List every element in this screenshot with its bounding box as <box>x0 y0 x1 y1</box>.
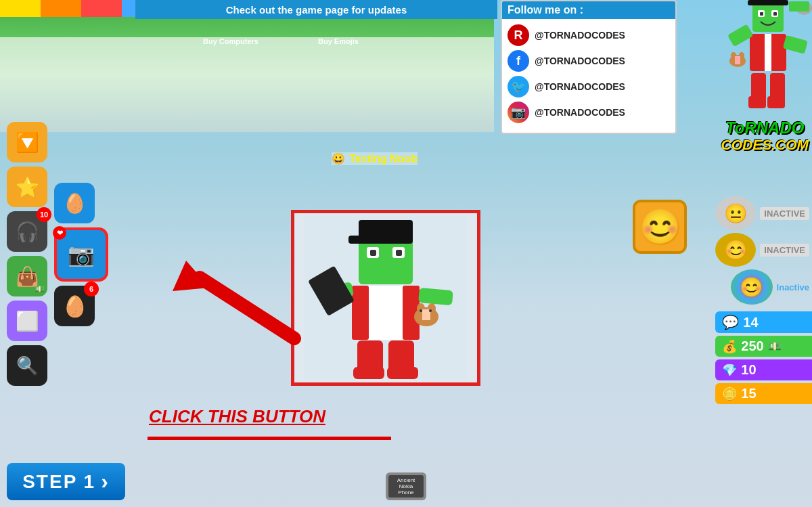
dollar-icon: 💵 <box>35 284 45 294</box>
diamond-icon: 💎 <box>722 363 737 378</box>
npc-name: Texting Noob <box>349 153 418 165</box>
inactive-label-3: Inactive <box>777 282 809 292</box>
buy-emojis-label: Buy Emojis <box>318 37 359 45</box>
npc-label: 😀 Texting Noob <box>332 152 418 165</box>
svg-rect-4 <box>773 12 777 16</box>
coin-icon: 🪙 <box>722 387 737 401</box>
tornado-logo: ToRNADO CODES.COM <box>721 119 809 152</box>
sidebar-col2: 🥚 📷 ❤ 🥚 6 <box>54 183 108 326</box>
svg-rect-26 <box>359 220 413 240</box>
step1-label: STEP 1 <box>22 471 95 493</box>
buy-computers-label: Buy Computers <box>203 37 258 45</box>
social-row-facebook[interactable]: f @TORNADOCODES <box>508 50 670 72</box>
social-row-roblox[interactable]: R @TORNADOCODES <box>508 24 670 46</box>
sidebar-item-search[interactable]: 🔍 <box>7 345 47 386</box>
svg-point-45 <box>420 309 422 312</box>
inactive-item-3: 😊 Inactive <box>715 269 812 305</box>
main-character-svg <box>304 217 467 379</box>
chat-value: 14 <box>743 315 758 330</box>
sidebar-item-headphones[interactable]: 🎧 10 <box>7 211 47 252</box>
svg-rect-29 <box>370 250 376 256</box>
inactive-item-2: 😊 INACTIVE <box>715 233 812 267</box>
top-banner: Check out the game page for updates <box>135 0 497 19</box>
character-display <box>291 210 480 386</box>
coin-value: 15 <box>741 386 756 401</box>
world-road <box>0 37 494 132</box>
sidebar-item-bag[interactable]: 👜 💵 <box>7 256 47 296</box>
sidebar-col1: 🔽 ⭐ 🎧 10 👜 💵 ⬜ 🔍 <box>7 122 47 386</box>
svg-point-46 <box>429 309 432 312</box>
tornado-character-svg <box>724 0 812 129</box>
inactive-circle-3: 😊 <box>731 269 773 305</box>
tornado-area: ToRNADO CODES.COM <box>677 0 812 156</box>
inactive-emoji-3: 😊 <box>740 276 763 299</box>
click-underline <box>148 437 391 440</box>
sidebar-item-egg-blue[interactable]: 🥚 <box>54 183 95 223</box>
step1-button[interactable]: STEP 1 › <box>7 463 125 500</box>
svg-rect-35 <box>418 288 453 305</box>
instagram-handle: @TORNADOCODES <box>535 107 625 118</box>
inactive-emoji-1: 😐 <box>724 202 748 225</box>
right-panel: 😐 INACTIVE 😊 INACTIVE 😊 Inactive 💬 14 💰 … <box>715 196 812 404</box>
inactive-label-1: INACTIVE <box>760 207 809 220</box>
svg-rect-30 <box>396 250 402 256</box>
social-row-instagram[interactable]: 📷 @TORNADOCODES <box>508 102 670 123</box>
sidebar-item-square[interactable]: ⬜ <box>7 301 47 341</box>
svg-rect-10 <box>783 35 808 54</box>
svg-rect-14 <box>767 96 785 108</box>
square-icon: ⬜ <box>16 310 39 332</box>
svg-rect-0 <box>752 3 784 32</box>
click-instruction: CLICK THIS BUTTON <box>149 406 325 427</box>
svg-rect-40 <box>387 367 418 379</box>
svg-rect-8 <box>765 34 771 71</box>
stats-money[interactable]: 💰 250 💵 <box>715 336 812 357</box>
search-icon: 🔍 <box>16 355 38 376</box>
phone-label: AncientNokiaPhone <box>388 475 424 498</box>
inactive-item-1: 😐 INACTIVE <box>715 196 812 230</box>
camera-badge: ❤ <box>53 226 66 240</box>
sidebar-item-camera[interactable]: 📷 ❤ <box>54 227 108 282</box>
roblox-icon: R <box>508 24 529 46</box>
filter-icon: 🔽 <box>16 131 39 154</box>
chat-icon: 💬 <box>722 314 739 330</box>
svg-rect-9 <box>727 24 754 47</box>
egg-blue-icon: 🥚 <box>63 192 87 215</box>
sidebar-item-filter[interactable]: 🔽 <box>7 122 47 162</box>
stats-chat[interactable]: 💬 14 <box>715 311 812 333</box>
tornado-logo-line2: CODES.COM <box>721 137 809 152</box>
star-icon: ⭐ <box>16 176 39 198</box>
svg-rect-3 <box>760 12 763 16</box>
svg-rect-13 <box>748 96 766 108</box>
money-value: 250 <box>741 338 763 354</box>
headphones-badge: 10 <box>37 207 51 222</box>
instagram-icon: 📷 <box>508 102 529 123</box>
stats-diamond[interactable]: 💎 10 <box>715 359 812 380</box>
phone-device: AncientNokiaPhone <box>386 472 426 500</box>
twitter-icon: 🐦 <box>508 76 529 97</box>
stats-coin[interactable]: 🪙 15 <box>715 383 812 404</box>
arrow-svg <box>132 223 301 359</box>
chevron-right-icon: › <box>101 469 110 494</box>
roblox-handle: @TORNADOCODES <box>535 30 625 41</box>
inactive-circle-2: 😊 <box>715 233 756 267</box>
svg-line-21 <box>200 278 294 338</box>
smiley-icon: 😊 <box>638 206 682 248</box>
sidebar-item-star[interactable]: ⭐ <box>7 167 47 207</box>
egg-badge: 6 <box>84 282 99 296</box>
follow-panel: Follow me on : R @TORNADOCODES f @TORNAD… <box>501 0 677 134</box>
egg-black-icon: 🥚 <box>62 294 87 318</box>
money-icon: 💰 <box>722 339 737 354</box>
camera-red-icon: 📷 <box>68 242 95 267</box>
npc-emoji: 😀 <box>332 152 345 165</box>
inactive-circle-1: 😐 <box>715 196 756 230</box>
svg-rect-6 <box>789 1 809 12</box>
smiley-coin: 😊 <box>633 200 687 254</box>
dollar-sign: 💵 <box>768 340 782 353</box>
svg-rect-16 <box>752 0 784 3</box>
social-row-twitter[interactable]: 🐦 @TORNADOCODES <box>508 76 670 97</box>
sidebar-item-egg-black[interactable]: 🥚 6 <box>54 286 95 326</box>
diamond-value: 10 <box>741 362 756 378</box>
facebook-icon: f <box>508 50 529 72</box>
inactive-label-2: INACTIVE <box>760 244 809 257</box>
svg-rect-20 <box>735 56 740 64</box>
